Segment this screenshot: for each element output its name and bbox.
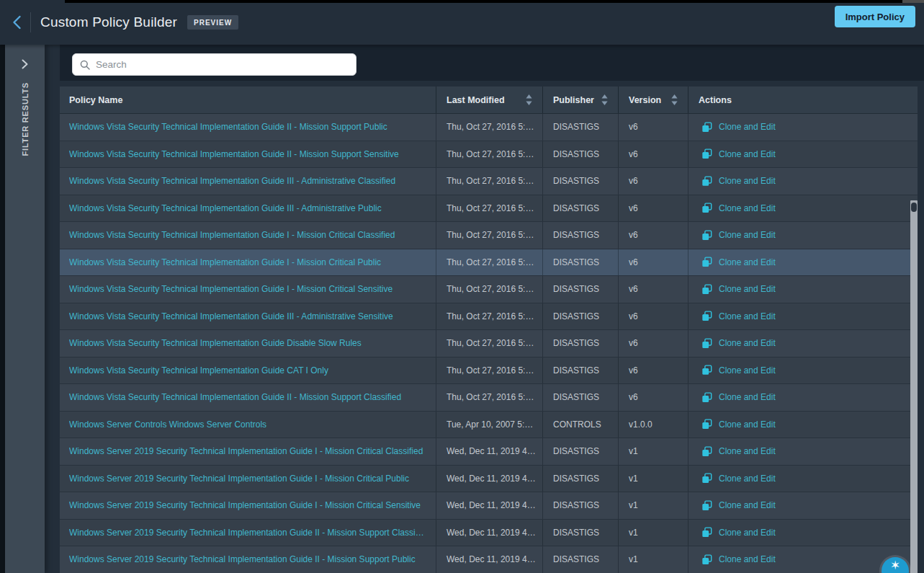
- scrollbar-thumb[interactable]: [911, 203, 917, 212]
- import-policy-button[interactable]: Import Policy: [835, 6, 915, 27]
- publisher-value: CONTROLS: [553, 419, 601, 430]
- table-scrollbar[interactable]: [910, 200, 918, 573]
- table-row[interactable]: Windows Vista Security Technical Impleme…: [60, 195, 918, 223]
- clone-icon: [701, 527, 712, 538]
- table-row[interactable]: Windows Vista Security Technical Impleme…: [60, 357, 918, 385]
- clone-and-edit-button[interactable]: Clone and Edit: [701, 392, 776, 403]
- clone-icon: [701, 338, 712, 349]
- sort-icon[interactable]: [526, 94, 532, 105]
- policy-name-link[interactable]: Windows Vista Security Technical Impleme…: [69, 338, 362, 348]
- table-row[interactable]: Windows Server 2019 Security Technical I…: [60, 466, 918, 493]
- version-value: v6: [629, 338, 638, 348]
- policy-name-link[interactable]: Windows Vista Security Technical Impleme…: [69, 149, 399, 159]
- publisher-value: DISASTIGS: [553, 284, 599, 294]
- table-row[interactable]: Windows Server 2019 Security Technical I…: [60, 520, 918, 547]
- version-value: v1: [629, 446, 638, 456]
- table-row[interactable]: Windows Server 2019 Security Technical I…: [60, 546, 918, 573]
- filter-results-rail: FILTER RESULTS: [5, 45, 45, 573]
- policy-name-link[interactable]: Windows Vista Security Technical Impleme…: [69, 284, 393, 294]
- sort-icon[interactable]: [671, 94, 678, 105]
- clone-icon: [701, 446, 712, 457]
- policy-name-link[interactable]: Windows Server 2019 Security Technical I…: [69, 554, 416, 564]
- clone-and-edit-button[interactable]: Clone and Edit: [701, 554, 776, 565]
- clone-and-edit-button[interactable]: Clone and Edit: [701, 446, 776, 457]
- last-modified-value: Thu, Oct 27, 2016 5:…: [447, 338, 534, 348]
- version-value: v6: [629, 149, 638, 159]
- policy-name-link[interactable]: Windows Server 2019 Security Technical I…: [69, 528, 426, 538]
- table-row[interactable]: Windows Vista Security Technical Impleme…: [60, 168, 918, 195]
- page-title: Custom Policy Builder: [40, 14, 177, 30]
- clone-and-edit-button[interactable]: Clone and Edit: [701, 473, 776, 484]
- policy-name-link[interactable]: Windows Vista Security Technical Impleme…: [69, 392, 401, 402]
- search-input[interactable]: [96, 59, 349, 70]
- clone-icon: [701, 392, 712, 403]
- publisher-value: DISASTIGS: [553, 230, 599, 240]
- publisher-value: DISASTIGS: [553, 392, 599, 402]
- table-body: Windows Vista Security Technical Impleme…: [60, 114, 918, 573]
- publisher-value: DISASTIGS: [553, 203, 599, 213]
- clone-and-edit-button[interactable]: Clone and Edit: [701, 203, 776, 213]
- clone-icon: [701, 148, 712, 159]
- policy-name-link[interactable]: Windows Vista Security Technical Impleme…: [69, 230, 395, 240]
- clone-and-edit-button[interactable]: Clone and Edit: [701, 176, 776, 187]
- policy-name-link[interactable]: Windows Vista Security Technical Impleme…: [69, 176, 395, 186]
- policy-name-link[interactable]: Windows Server 2019 Security Technical I…: [69, 446, 423, 456]
- clone-and-edit-button[interactable]: Clone and Edit: [701, 122, 776, 133]
- last-modified-value: Thu, Oct 27, 2016 5:…: [447, 311, 534, 321]
- policy-name-link[interactable]: Windows Vista Security Technical Impleme…: [69, 365, 328, 376]
- last-modified-value: Wed, Dec 11, 2019 4…: [447, 500, 536, 510]
- policy-table: Policy Name Last Modified Publisher Vers…: [60, 86, 918, 573]
- table-row[interactable]: Windows Vista Security Technical Impleme…: [60, 303, 918, 331]
- column-header-actions: Actions: [688, 86, 918, 113]
- sort-icon[interactable]: [601, 94, 608, 105]
- clone-and-edit-button[interactable]: Clone and Edit: [701, 148, 776, 159]
- clone-and-edit-button[interactable]: Clone and Edit: [701, 500, 776, 511]
- table-row[interactable]: Windows Vista Security Technical Impleme…: [60, 276, 918, 303]
- clone-icon: [701, 311, 712, 321]
- table-row[interactable]: Windows Server Controls Windows Server C…: [60, 412, 918, 439]
- search-box[interactable]: [72, 53, 356, 76]
- table-row[interactable]: Windows Vista Security Technical Impleme…: [60, 222, 918, 249]
- policy-name-link[interactable]: Windows Vista Security Technical Impleme…: [69, 122, 387, 132]
- publisher-value: DISASTIGS: [553, 176, 599, 186]
- version-value: v1: [629, 474, 638, 484]
- policy-name-link[interactable]: Windows Server Controls Windows Server C…: [69, 419, 266, 430]
- clone-and-edit-button[interactable]: Clone and Edit: [701, 419, 776, 430]
- clone-and-edit-button[interactable]: Clone and Edit: [701, 230, 776, 241]
- version-value: v6: [629, 284, 638, 294]
- table-row[interactable]: Windows Vista Security Technical Impleme…: [60, 249, 918, 277]
- table-row[interactable]: Windows Vista Security Technical Impleme…: [60, 384, 918, 412]
- back-button[interactable]: [7, 13, 26, 32]
- last-modified-value: Thu, Oct 27, 2016 5:…: [447, 392, 534, 402]
- clone-and-edit-button[interactable]: Clone and Edit: [701, 284, 776, 295]
- last-modified-value: Wed, Dec 11, 2019 4…: [447, 446, 536, 456]
- table-row[interactable]: Windows Vista Security Technical Impleme…: [60, 114, 918, 141]
- clone-and-edit-button[interactable]: Clone and Edit: [701, 311, 776, 321]
- policy-name-link[interactable]: Windows Vista Security Technical Impleme…: [69, 311, 393, 321]
- version-value: v6: [629, 392, 638, 402]
- clone-and-edit-button[interactable]: Clone and Edit: [701, 338, 776, 349]
- clone-and-edit-button[interactable]: Clone and Edit: [701, 527, 776, 538]
- last-modified-value: Thu, Oct 27, 2016 5:…: [447, 176, 534, 186]
- clone-icon: [701, 500, 712, 511]
- policy-name-link[interactable]: Windows Vista Security Technical Impleme…: [69, 257, 381, 267]
- publisher-value: DISASTIGS: [553, 149, 599, 159]
- policy-name-link[interactable]: Windows Server 2019 Security Technical I…: [69, 474, 409, 484]
- column-header-version[interactable]: Version: [618, 86, 688, 113]
- last-modified-value: Thu, Oct 27, 2016 5:…: [447, 149, 534, 159]
- version-value: v6: [629, 230, 638, 240]
- policy-name-link[interactable]: Windows Vista Security Technical Impleme…: [69, 203, 382, 213]
- expand-filters-button[interactable]: [20, 59, 30, 69]
- table-row[interactable]: Windows Server 2019 Security Technical I…: [60, 438, 918, 466]
- clone-and-edit-button[interactable]: Clone and Edit: [701, 257, 776, 267]
- publisher-value: DISASTIGS: [553, 122, 599, 132]
- search-icon: [80, 60, 90, 70]
- clone-and-edit-button[interactable]: Clone and Edit: [701, 365, 776, 376]
- column-header-last-modified[interactable]: Last Modified: [436, 86, 542, 113]
- table-row[interactable]: Windows Vista Security Technical Impleme…: [60, 330, 918, 357]
- publisher-value: DISASTIGS: [553, 554, 599, 564]
- policy-name-link[interactable]: Windows Server 2019 Security Technical I…: [69, 500, 421, 510]
- table-row[interactable]: Windows Server 2019 Security Technical I…: [60, 492, 918, 520]
- table-row[interactable]: Windows Vista Security Technical Impleme…: [60, 141, 918, 169]
- column-header-publisher[interactable]: Publisher: [542, 86, 618, 113]
